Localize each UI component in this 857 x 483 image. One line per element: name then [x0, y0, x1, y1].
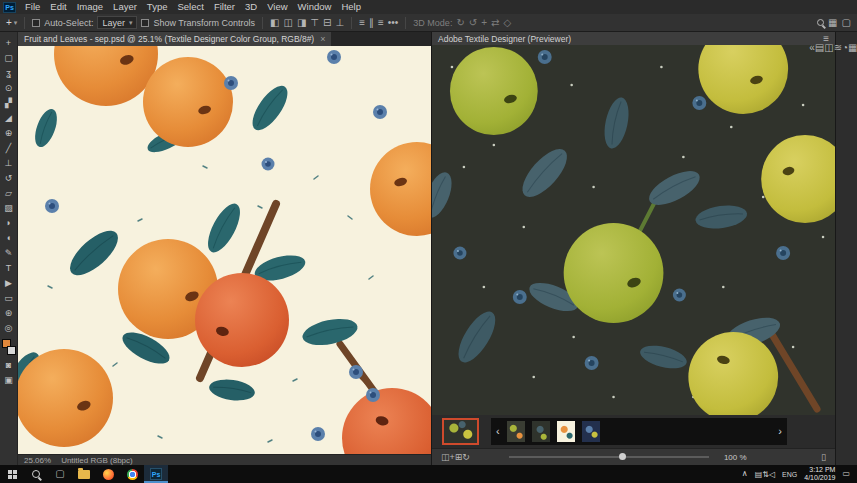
menu-item[interactable]: Layer — [108, 1, 142, 12]
taskbar-clock[interactable]: 3:12 PM 4/10/2019 — [804, 466, 835, 483]
slider-knob[interactable] — [619, 453, 626, 460]
search-icon[interactable] — [817, 19, 824, 26]
menu-bar: Ps FileEditImageLayerTypeSelectFilter3DV… — [0, 0, 857, 14]
tray-network-icon[interactable]: ⇅ — [762, 470, 769, 479]
taskbar-date: 4/10/2019 — [804, 474, 835, 482]
pattern-thumbnail[interactable] — [582, 421, 600, 442]
firefox-icon — [103, 469, 114, 480]
divider — [262, 17, 263, 29]
menu-item[interactable]: 3D — [240, 1, 262, 12]
menu-item[interactable]: Select — [172, 1, 208, 12]
clone-stamp-tool[interactable]: ⊥ — [1, 155, 17, 170]
taskbar-firefox[interactable] — [96, 465, 120, 483]
menu-item[interactable]: Filter — [209, 1, 240, 12]
menu-item[interactable]: Help — [336, 1, 366, 12]
distribute-horizontal-icon[interactable]: ≡ — [378, 18, 384, 28]
previous-arrow-icon[interactable]: ‹ — [496, 426, 500, 437]
preview-page-icon[interactable]: ▯ — [821, 453, 826, 462]
taskbar-photoshop[interactable]: Ps — [144, 465, 168, 483]
eyedropper-tool[interactable]: ◢ — [1, 110, 17, 125]
taskbar-chrome[interactable] — [120, 465, 144, 483]
background-color-swatch[interactable] — [7, 346, 16, 355]
preview-refresh-icon[interactable]: ↻ — [462, 452, 470, 462]
selected-pattern-thumbnail[interactable] — [442, 418, 479, 445]
align-top-icon[interactable]: ⊤ — [310, 18, 319, 28]
taskbar-search-button[interactable] — [24, 465, 48, 483]
pattern-filmstrip: ‹ › — [491, 418, 787, 445]
swatches-panel-icon[interactable]: ◫ — [824, 42, 833, 53]
preview-zoom-value: 100 % — [724, 453, 747, 462]
eraser-tool[interactable]: ▱ — [1, 185, 17, 200]
preview-zoom-slider[interactable] — [509, 456, 709, 458]
previewer-canvas[interactable] — [432, 45, 835, 415]
tool-preset-picker[interactable]: + ▾ — [6, 17, 17, 28]
hand-tool[interactable]: ⊛ — [1, 305, 17, 320]
tray-chevron-up-icon[interactable]: ∧ — [742, 470, 748, 478]
pattern-thumbnail[interactable] — [557, 421, 575, 442]
3d-scale-icon[interactable]: ◇ — [503, 18, 511, 28]
crop-tool[interactable]: ▞ — [1, 95, 17, 110]
align-right-icon[interactable]: ◨ — [297, 18, 306, 28]
align-left-icon[interactable]: ◧ — [270, 18, 279, 28]
pen-tool[interactable]: ✎ — [1, 245, 17, 260]
next-arrow-icon[interactable]: › — [778, 426, 782, 437]
brush-tool[interactable]: ╱ — [1, 140, 17, 155]
healing-brush-tool[interactable]: ⊕ — [1, 125, 17, 140]
3d-pan-icon[interactable]: + — [481, 18, 487, 28]
quick-mask-icon[interactable]: ◙ — [1, 357, 17, 372]
show-transform-controls-label: Show Transform Controls — [153, 18, 255, 28]
3d-rotate-icon[interactable]: ↻ — [456, 18, 464, 28]
blur-tool[interactable]: ◗ — [1, 215, 17, 230]
shape-tool[interactable]: ▭ — [1, 290, 17, 305]
libraries-panel-icon[interactable]: ≋ — [834, 42, 842, 53]
action-center-icon[interactable]: ▭ — [842, 470, 850, 478]
document-canvas[interactable] — [18, 46, 431, 454]
3d-roll-icon[interactable]: ↺ — [469, 18, 477, 28]
distribute-center-icon[interactable]: ∥ — [369, 18, 374, 28]
history-brush-tool[interactable]: ↺ — [1, 170, 17, 185]
zoom-tool[interactable]: ◎ — [1, 320, 17, 335]
menu-item[interactable]: Window — [293, 1, 337, 12]
options-overflow-icon[interactable]: ••• — [388, 18, 399, 28]
path-selection-tool[interactable]: ▶ — [1, 275, 17, 290]
task-view-button[interactable]: ▢ — [48, 465, 72, 483]
color-panel-icon[interactable]: ▤ — [815, 42, 824, 53]
auto-select-target-value: Layer — [102, 18, 125, 28]
distribute-vertical-icon[interactable]: ≡ — [359, 18, 365, 28]
show-transform-controls-checkbox[interactable] — [141, 19, 149, 27]
start-button[interactable] — [0, 465, 24, 483]
menu-item[interactable]: Image — [72, 1, 108, 12]
taskbar-file-explorer[interactable] — [72, 465, 96, 483]
menu-item[interactable]: Edit — [45, 1, 71, 12]
workspace-switcher-icon[interactable]: ▦ — [828, 18, 837, 28]
type-tool[interactable]: T — [1, 260, 17, 275]
screen-mode-icon[interactable]: ▣ — [1, 372, 17, 387]
menu-item[interactable]: Type — [142, 1, 173, 12]
arrange-documents-icon[interactable]: ▢ — [842, 18, 851, 28]
move-tool[interactable]: + — [1, 35, 17, 50]
pattern-thumbnail[interactable] — [507, 421, 525, 442]
dodge-tool[interactable]: ◖ — [1, 230, 17, 245]
language-indicator[interactable]: ENG — [782, 471, 797, 478]
quick-selection-tool[interactable]: ⊙ — [1, 80, 17, 95]
gradient-tool[interactable]: ▨ — [1, 200, 17, 215]
color-swatches[interactable] — [2, 339, 16, 355]
preview-snapshot-icon[interactable]: ◫ — [441, 452, 450, 462]
tray-volume-icon[interactable]: ◁ — [769, 470, 775, 479]
menu-item[interactable]: File — [20, 1, 45, 12]
align-bottom-icon[interactable]: ⊥ — [335, 18, 344, 28]
3d-slide-icon[interactable]: ⇄ — [491, 18, 499, 28]
close-icon[interactable]: × — [320, 34, 325, 44]
auto-select-checkbox[interactable] — [32, 19, 40, 27]
menu-item[interactable]: View — [262, 1, 292, 12]
photoshop-logo-icon: Ps — [3, 2, 16, 13]
align-center-horizontal-icon[interactable]: ◫ — [283, 18, 292, 28]
layers-panel-icon[interactable]: ▦ — [848, 42, 857, 53]
auto-select-target-dropdown[interactable]: Layer ▾ — [97, 16, 137, 29]
zoom-level-field[interactable]: 25.06% — [24, 456, 51, 465]
align-middle-icon[interactable]: ⊟ — [323, 18, 331, 28]
lasso-tool[interactable]: ʓ — [1, 65, 17, 80]
pattern-thumbnail[interactable] — [532, 421, 550, 442]
marquee-tool[interactable]: ▢ — [1, 50, 17, 65]
document-tab[interactable]: Fruit and Leaves - sep.psd @ 25.1% (Text… — [18, 32, 331, 46]
